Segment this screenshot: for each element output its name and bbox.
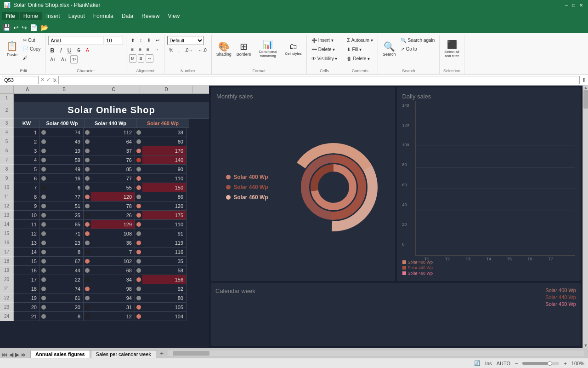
cell-val3-14[interactable]: 110 xyxy=(142,220,187,229)
autosum-button[interactable]: Σ Autosum ▾ xyxy=(345,36,374,44)
cell-val3-4[interactable]: 38 xyxy=(142,128,187,137)
cell-kw-9[interactable]: 6 xyxy=(14,174,40,183)
strikethrough-button[interactable]: S̶ xyxy=(75,46,82,54)
thousands-button[interactable]: , xyxy=(176,46,181,54)
vertical-scrollbar[interactable]: ▲ ▼ xyxy=(582,86,588,348)
scrollbar-down[interactable]: ▼ xyxy=(583,343,588,348)
copy-button[interactable]: 📄 Copy xyxy=(21,45,42,53)
cell-val3-23[interactable]: 105 xyxy=(142,303,187,312)
cell-val3-5[interactable]: 60 xyxy=(142,137,187,146)
cell-val3-21[interactable]: 92 xyxy=(142,284,187,293)
merge-button[interactable]: M xyxy=(129,54,136,63)
cell-val2-7[interactable]: 76 xyxy=(91,155,135,165)
zoom-out-button[interactable]: − xyxy=(515,361,518,366)
cell-kw-12[interactable]: 9 xyxy=(14,201,40,211)
sheet-tab-calendar[interactable]: Sales per calendar week xyxy=(91,350,156,358)
menu-data[interactable]: Data xyxy=(118,12,137,20)
cell-val1-9[interactable]: 16 xyxy=(47,174,84,183)
cell-val3-24[interactable]: 104 xyxy=(142,312,187,321)
zoom-in-button[interactable]: + xyxy=(564,361,566,366)
minimize-button[interactable]: ─ xyxy=(563,2,570,8)
menu-review[interactable]: Review xyxy=(138,12,163,20)
cell-val3-18[interactable]: 35 xyxy=(142,257,187,266)
cell-val1-22[interactable]: 61 xyxy=(47,293,84,303)
cell-val1-5[interactable]: 49 xyxy=(47,137,84,146)
cell-val2-20[interactable]: 34 xyxy=(91,275,135,284)
cell-kw-23[interactable]: 20 xyxy=(14,303,40,312)
close-button[interactable]: ✕ xyxy=(578,2,584,8)
indent-button[interactable]: → xyxy=(153,45,161,53)
delete-content-button[interactable]: 🗑 Delete ▾ xyxy=(345,54,372,63)
cell-val2-22[interactable]: 94 xyxy=(91,293,135,303)
cell-val2-11[interactable]: 120 xyxy=(91,192,135,201)
paste-button[interactable]: 📋 Paste xyxy=(5,36,20,62)
sheet-tab-annual[interactable]: Annual sales figures xyxy=(30,350,90,358)
menu-insert[interactable]: Insert xyxy=(43,12,64,20)
cell-val2-21[interactable]: 98 xyxy=(91,284,135,293)
cell-kw-8[interactable]: 5 xyxy=(14,165,40,174)
cell-val3-13[interactable]: 175 xyxy=(142,211,187,220)
cell-val3-17[interactable]: 116 xyxy=(142,247,187,257)
cell-val1-11[interactable]: 77 xyxy=(47,192,84,201)
cell-kw-16[interactable]: 13 xyxy=(14,238,40,247)
align-middle-button[interactable]: ↕ xyxy=(138,36,144,44)
cell-val2-9[interactable]: 77 xyxy=(91,174,135,183)
cell-val1-24[interactable]: 8 xyxy=(47,312,84,321)
scrollbar-up[interactable]: ▲ xyxy=(583,86,588,90)
format-painter-button[interactable]: 🖌 xyxy=(21,53,42,62)
qa-redo[interactable]: ↪ xyxy=(22,24,27,31)
shrink-button[interactable]: ↔ xyxy=(146,54,153,63)
cell-val1-16[interactable]: 23 xyxy=(47,238,84,247)
cell-val2-5[interactable]: 64 xyxy=(91,137,135,146)
cell-val3-19[interactable]: 58 xyxy=(142,266,187,275)
cell-val3-15[interactable]: 91 xyxy=(142,229,187,238)
cell-kw-7[interactable]: 4 xyxy=(14,155,40,165)
bold-button[interactable]: B xyxy=(48,46,56,54)
name-box[interactable] xyxy=(2,76,39,84)
cell-val1-20[interactable]: 22 xyxy=(47,275,84,284)
zoom-slider[interactable] xyxy=(522,362,559,365)
cell-val3-8[interactable]: 90 xyxy=(142,165,187,174)
cell-val3-6[interactable]: 170 xyxy=(142,146,187,155)
cell-val1-15[interactable]: 71 xyxy=(47,229,84,238)
cell-val1-19[interactable]: 44 xyxy=(47,266,84,275)
font-color-button[interactable]: A xyxy=(84,46,91,54)
search-again-button[interactable]: 🔍 Search again xyxy=(399,36,436,44)
fill-button[interactable]: ⬇ Fill ▾ xyxy=(345,45,363,53)
tab-next-button[interactable]: ▶ xyxy=(15,351,19,358)
cell-val2-18[interactable]: 102 xyxy=(91,257,135,266)
cell-val2-16[interactable]: 36 xyxy=(91,238,135,247)
borders-button[interactable]: ⊞ Borders xyxy=(235,36,253,62)
shading-button[interactable]: 🎨 Shading xyxy=(215,36,233,62)
cancel-formula[interactable]: ✕ xyxy=(40,77,45,83)
cell-val1-23[interactable]: 20 xyxy=(47,303,84,312)
formula-input[interactable] xyxy=(58,76,580,84)
cell-kw-19[interactable]: 16 xyxy=(14,266,40,275)
cell-val1-17[interactable]: 8 xyxy=(47,247,84,257)
decrease-font-button[interactable]: A↓ xyxy=(59,55,68,63)
cell-kw-6[interactable]: 3 xyxy=(14,146,40,155)
menu-layout[interactable]: Layout xyxy=(65,12,89,20)
cell-styles-button[interactable]: 🗂 Cell styles xyxy=(283,36,303,62)
conditional-formatting-button[interactable]: 📊 Conditional formatting xyxy=(254,36,282,62)
cell-val1-8[interactable]: 49 xyxy=(47,165,84,174)
menu-file[interactable]: File xyxy=(2,12,19,20)
cell-val2-12[interactable]: 78 xyxy=(91,201,135,211)
tab-last-button[interactable]: ⏭ xyxy=(21,351,27,358)
cell-val1-14[interactable]: 85 xyxy=(47,220,84,229)
border-button[interactable]: B xyxy=(138,54,144,63)
align-right-button[interactable]: ≡ xyxy=(145,45,151,53)
cell-kw-15[interactable]: 12 xyxy=(14,229,40,238)
delete-cells-button[interactable]: ➖ Delete ▾ xyxy=(310,45,337,53)
italic-button[interactable]: I xyxy=(58,46,64,54)
cell-kw-24[interactable]: 21 xyxy=(14,312,40,321)
cell-val1-12[interactable]: 51 xyxy=(47,201,84,211)
cell-kw-18[interactable]: 15 xyxy=(14,257,40,266)
cell-val3-10[interactable]: 150 xyxy=(142,183,187,192)
scrollbar-thumb-v[interactable] xyxy=(583,90,588,109)
cell-kw-10[interactable]: 7 xyxy=(14,183,40,192)
cell-kw-11[interactable]: 8 xyxy=(14,192,40,201)
cell-val2-4[interactable]: 112 xyxy=(91,128,135,137)
cut-button[interactable]: ✂ Cut xyxy=(21,36,42,44)
cell-val3-20[interactable]: 156 xyxy=(142,275,187,284)
